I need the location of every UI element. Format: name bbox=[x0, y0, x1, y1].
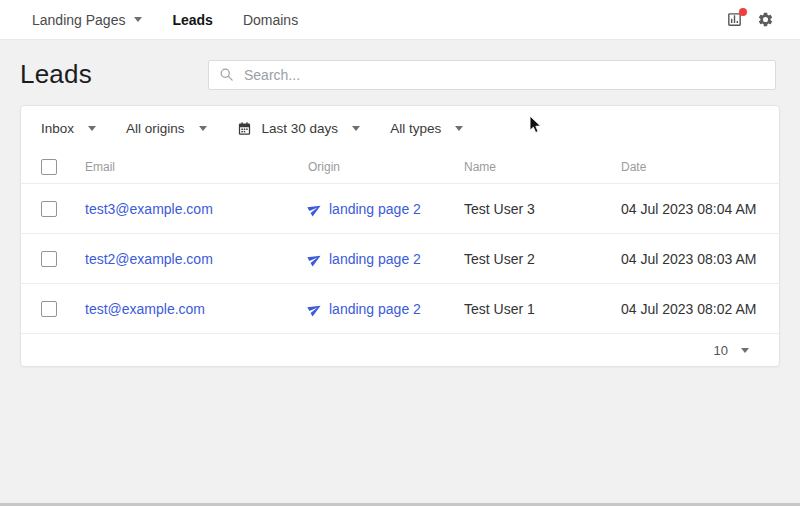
lead-origin-link[interactable]: landing page 2 bbox=[308, 201, 464, 217]
lead-email-link[interactable]: test2@example.com bbox=[85, 251, 308, 267]
lead-name: Test User 2 bbox=[464, 251, 621, 267]
table-row: test@example.com landing page 2 Test Use… bbox=[21, 284, 779, 334]
table-row: test2@example.com landing page 2 Test Us… bbox=[21, 234, 779, 284]
row-checkbox-cell bbox=[21, 251, 85, 267]
chevron-down-icon bbox=[88, 126, 96, 131]
rows-per-page-value: 10 bbox=[714, 343, 728, 358]
calendar-icon bbox=[237, 121, 252, 136]
row-checkbox[interactable] bbox=[41, 201, 57, 217]
paper-plane-icon bbox=[305, 249, 324, 268]
page-header: Leads bbox=[0, 40, 800, 105]
notification-badge bbox=[739, 8, 747, 16]
filter-label: Last 30 days bbox=[262, 121, 339, 136]
lead-name: Test User 1 bbox=[464, 301, 621, 317]
table-header-row: Email Origin Name Date bbox=[21, 150, 779, 184]
top-navigation-bar: Landing Pages Leads Domains bbox=[0, 0, 800, 40]
rows-per-page-dropdown[interactable] bbox=[741, 348, 749, 353]
lead-email-link[interactable]: test3@example.com bbox=[85, 201, 308, 217]
filter-inbox[interactable]: Inbox bbox=[41, 121, 96, 136]
nav-item-label: Landing Pages bbox=[32, 12, 125, 28]
paper-plane-icon bbox=[305, 199, 324, 218]
filter-origins[interactable]: All origins bbox=[126, 121, 207, 136]
row-checkbox-cell bbox=[21, 201, 85, 217]
paper-plane-icon bbox=[305, 299, 324, 318]
lead-origin-link[interactable]: landing page 2 bbox=[308, 251, 464, 267]
analytics-button[interactable] bbox=[726, 11, 743, 28]
gear-icon bbox=[757, 11, 774, 28]
search-box[interactable] bbox=[208, 60, 776, 90]
filter-label: Inbox bbox=[41, 121, 74, 136]
row-checkbox[interactable] bbox=[41, 251, 57, 267]
row-checkbox-cell bbox=[21, 301, 85, 317]
filter-date-range[interactable]: Last 30 days bbox=[237, 121, 361, 136]
lead-origin-label: landing page 2 bbox=[329, 301, 421, 317]
chevron-down-icon bbox=[199, 126, 207, 131]
table-row: test3@example.com landing page 2 Test Us… bbox=[21, 184, 779, 234]
column-header-email: Email bbox=[85, 160, 308, 174]
column-header-name: Name bbox=[464, 160, 621, 174]
table-footer: 10 bbox=[21, 334, 779, 366]
lead-origin-label: landing page 2 bbox=[329, 201, 421, 217]
chevron-down-icon bbox=[134, 17, 142, 22]
lead-date: 04 Jul 2023 08:03 AM bbox=[621, 251, 779, 267]
select-all-checkbox[interactable] bbox=[41, 159, 57, 175]
nav-item-leads[interactable]: Leads bbox=[172, 12, 212, 28]
page-title: Leads bbox=[20, 59, 92, 90]
nav-item-domains[interactable]: Domains bbox=[243, 12, 298, 28]
leads-card: Inbox All origins Last 30 days All types bbox=[20, 105, 780, 367]
lead-origin-label: landing page 2 bbox=[329, 251, 421, 267]
lead-date: 04 Jul 2023 08:04 AM bbox=[621, 201, 779, 217]
search-icon bbox=[219, 67, 234, 82]
lead-name: Test User 3 bbox=[464, 201, 621, 217]
row-checkbox[interactable] bbox=[41, 301, 57, 317]
filter-types[interactable]: All types bbox=[390, 121, 463, 136]
nav-item-label: Leads bbox=[172, 12, 212, 28]
filters-bar: Inbox All origins Last 30 days All types bbox=[21, 106, 779, 150]
column-header-date: Date bbox=[621, 160, 779, 174]
filter-label: All types bbox=[390, 121, 441, 136]
column-header-origin: Origin bbox=[308, 160, 464, 174]
nav-item-label: Domains bbox=[243, 12, 298, 28]
lead-date: 04 Jul 2023 08:02 AM bbox=[621, 301, 779, 317]
lead-origin-link[interactable]: landing page 2 bbox=[308, 301, 464, 317]
search-input[interactable] bbox=[244, 67, 765, 83]
chevron-down-icon bbox=[455, 126, 463, 131]
header-checkbox-cell bbox=[21, 159, 85, 175]
nav-item-landing-pages[interactable]: Landing Pages bbox=[32, 12, 142, 28]
settings-button[interactable] bbox=[757, 11, 774, 28]
chevron-down-icon bbox=[352, 126, 360, 131]
lead-email-link[interactable]: test@example.com bbox=[85, 301, 308, 317]
filter-label: All origins bbox=[126, 121, 185, 136]
